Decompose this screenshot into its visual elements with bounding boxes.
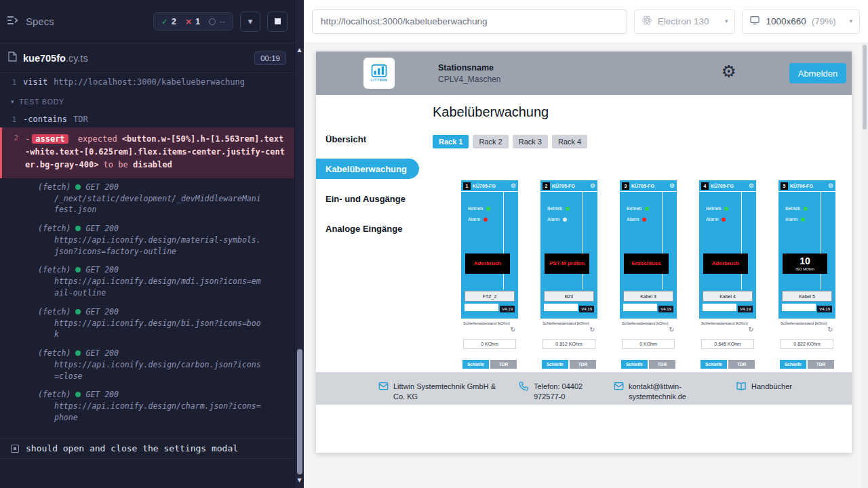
url-input[interactable]	[312, 9, 627, 34]
measurement-panel: Schleifenwiderstand [kOhm] ↻ 0.822 KOhm …	[778, 319, 835, 371]
loop-resistance-value: 0.812 KOhm	[542, 339, 595, 349]
stop-button[interactable]	[267, 12, 288, 32]
sidebar-item-uebersicht[interactable]: Übersicht	[316, 129, 419, 149]
tdr-button[interactable]: TDR	[570, 360, 596, 369]
tab-rack-3[interactable]: Rack 3	[513, 135, 548, 148]
schleife-button[interactable]: Schleife	[701, 360, 727, 369]
browser-select[interactable]: Electron 130 ▾	[634, 9, 736, 34]
refresh-icon[interactable]: ↻	[748, 327, 753, 333]
display-strip	[703, 304, 736, 311]
card-number: 2	[542, 182, 550, 190]
scrollbar-thumb[interactable]	[297, 349, 302, 474]
log-row-fetch[interactable]: (fetch)GET 200 https://api.iconify.desig…	[0, 220, 294, 261]
footer-manuals[interactable]: Handbücher	[736, 382, 792, 393]
refresh-icon[interactable]: ↻	[827, 327, 833, 333]
refresh-icon[interactable]: ↻	[510, 327, 515, 333]
gear-icon[interactable]: ⚙	[828, 183, 833, 189]
aut-scrollbar[interactable]	[861, 43, 868, 488]
phone-icon	[519, 381, 529, 392]
cable-label: Kabel 4	[703, 291, 753, 302]
schleife-button[interactable]: Schleife	[462, 360, 489, 369]
viewport-select[interactable]: 1000x660 (79%) ▾	[742, 9, 860, 34]
log-row-fetch[interactable]: (fetch)GET 200 /_next/static/development…	[0, 178, 294, 220]
alarm-led	[801, 218, 805, 222]
cable-label: Kabel 3	[623, 291, 673, 302]
alarm-label: Alarm	[468, 217, 480, 222]
spec-header[interactable]: kue705fo.cy.ts 00:19	[0, 43, 294, 73]
card-model: KÜ705-FO	[552, 184, 575, 188]
status-ok-dot	[75, 184, 81, 190]
tab-rack-1[interactable]: Rack 1	[433, 135, 469, 148]
aut-panel: Electron 130 ▾ 1000x660 (79%) ▾ LITTWIN	[304, 0, 868, 488]
log-row-fetch[interactable]: (fetch)GET 200 https://api.iconify.desig…	[0, 386, 294, 427]
app-main: Kabelüberwachung Rack 1 Rack 2 Rack 3 Ra…	[419, 95, 852, 372]
loop-resistance-value: 0.822 KOhm	[781, 339, 833, 349]
schematic-line	[821, 192, 821, 289]
loop-resistance-label: Schleifenwiderstand [kOhm]	[622, 321, 675, 325]
log-row-fetch[interactable]: (fetch)GET 200 https://api.iconify.desig…	[0, 261, 294, 302]
log-row-contains[interactable]: 1 -contains TDR	[0, 110, 294, 127]
measurement-panel: Schleifenwiderstand [kOhm] ↻ 0.645 KOhm …	[699, 319, 756, 371]
tdr-button[interactable]: TDR	[808, 360, 834, 369]
log-row-fetch[interactable]: (fetch)GET 200 https://api.iconify.desig…	[0, 344, 294, 386]
app-sidebar: Übersicht Kabelüberwachung Ein- und Ausg…	[316, 95, 419, 372]
page-title: Kabelüberwachung	[433, 104, 852, 120]
schleife-button[interactable]: Schleife	[621, 360, 648, 369]
card-number: 3	[622, 182, 629, 190]
alarm-label: Alarm	[627, 217, 639, 222]
log-row-assert-failed[interactable]: 2 -assert expected <button.w-[50%].h-[1.…	[0, 127, 294, 178]
betrieb-led	[645, 207, 649, 211]
footer-email: kontakt@littwin-systemtechnik.de	[614, 382, 693, 402]
schleife-button[interactable]: Schleife	[542, 360, 568, 369]
scrollbar-thumb[interactable]	[863, 45, 867, 129]
scroll-up-icon[interactable]: ▲	[295, 45, 304, 56]
assert-message: -assert expected <button.w-[50%].h-[1.56…	[25, 133, 286, 172]
chevron-down-icon: ▾	[849, 18, 852, 24]
betrieb-label: Betrieb	[627, 206, 642, 211]
device-card-1: 1 KÜ705-FO ⚙ Betrieb Alarm Aderbruch FTZ…	[461, 180, 518, 371]
next-test-title: should open and close the settings modal	[26, 443, 238, 453]
gear-icon[interactable]: ⚙	[749, 183, 754, 189]
betrieb-led	[804, 207, 808, 211]
tab-rack-4[interactable]: Rack 4	[552, 135, 587, 148]
log-row-fetch[interactable]: (fetch)GET 200 https://api.iconify.desig…	[0, 303, 294, 344]
runner-scrollbar[interactable]: ▲ ▼	[294, 0, 304, 488]
gear-icon[interactable]: ⚙	[511, 183, 516, 189]
sidebar-item-kabelueberwachung[interactable]: Kabelüberwachung	[316, 159, 419, 179]
refresh-icon[interactable]: ↻	[669, 327, 674, 333]
chevron-down-icon: ▾	[248, 17, 253, 26]
mail-icon	[378, 381, 389, 392]
assert-badge: assert	[32, 134, 68, 144]
status-display: Erdschluss	[624, 253, 669, 274]
tdr-button[interactable]: TDR	[649, 360, 675, 369]
gear-icon[interactable]: ⚙	[669, 183, 675, 189]
logout-button[interactable]: Abmelden	[789, 63, 846, 83]
tab-rack-2[interactable]: Rack 2	[473, 135, 508, 148]
electron-icon	[642, 15, 652, 28]
gear-icon[interactable]: ⚙	[590, 183, 595, 189]
status-ok-dot	[75, 226, 81, 231]
refresh-icon[interactable]: ↻	[589, 327, 595, 333]
display-strip	[544, 304, 578, 311]
firmware-version: V4.19	[817, 306, 832, 312]
log-row-visit[interactable]: 1 visit http://localhost:3000/kabelueber…	[0, 73, 294, 90]
schleife-button[interactable]: Schleife	[780, 360, 806, 369]
tdr-button[interactable]: TDR	[490, 360, 517, 369]
specs-menu-icon[interactable]	[7, 16, 19, 28]
sidebar-item-ein-und-ausgaenge[interactable]: Ein- und Ausgänge	[316, 188, 419, 209]
scroll-down-icon[interactable]: ▼	[295, 475, 304, 486]
tdr-button[interactable]: TDR	[728, 360, 755, 369]
mail-icon	[614, 381, 624, 392]
next-test-row[interactable]: should open and close the settings modal	[0, 439, 294, 459]
collapse-button[interactable]: ▾	[240, 12, 260, 32]
settings-gear-icon[interactable]: ⚙	[722, 63, 736, 80]
test-body-section[interactable]: ▾ TEST BODY	[0, 90, 294, 110]
sidebar-item-analoge-eingaenge[interactable]: Analoge Eingänge	[316, 218, 419, 239]
app-header: LITTWIN Stationsname CPLV4_Maschen ⚙ Abm…	[316, 52, 852, 95]
book-icon	[736, 381, 747, 393]
specs-label[interactable]: Specs	[26, 16, 54, 27]
firmware-version: V4.19	[500, 306, 515, 312]
app-under-test: LITTWIN Stationsname CPLV4_Maschen ⚙ Abm…	[316, 52, 852, 453]
file-icon	[8, 52, 17, 64]
device-card-5: 5 KÜ706-FO ⚙ Betrieb Alarm 10 ISO MOhm	[778, 180, 835, 371]
